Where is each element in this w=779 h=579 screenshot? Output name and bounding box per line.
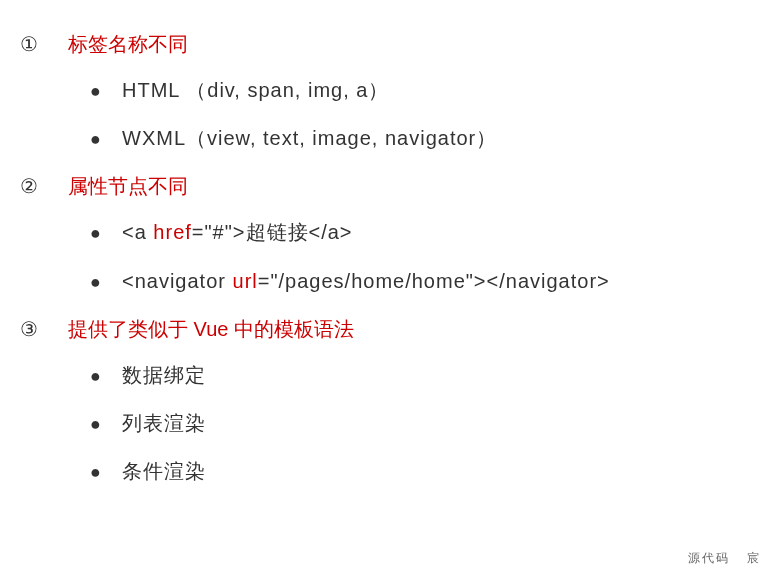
section-marker: ①	[20, 30, 68, 58]
bullet-icon: ●	[90, 79, 122, 104]
sub-item: ●HTML （div, span, img, a）	[90, 76, 759, 104]
section-heading: ③提供了类似于 Vue 中的模板语法	[20, 315, 759, 343]
code-pre: <a	[122, 221, 153, 243]
sub-item: ●<a href="#">超链接</a>	[90, 218, 759, 246]
section-heading: ①标签名称不同	[20, 30, 759, 58]
sub-list: ●HTML （div, span, img, a）●WXML（view, tex…	[90, 76, 759, 152]
bullet-icon: ●	[90, 364, 122, 389]
watermark-right: 宸	[747, 551, 761, 565]
sub-list: ●<a href="#">超链接</a>●<navigator url="/pa…	[90, 218, 759, 294]
bullet-icon: ●	[90, 127, 122, 152]
sub-item-text: 列表渲染	[122, 409, 206, 437]
document-content: ①标签名称不同●HTML （div, span, img, a）●WXML（vi…	[20, 30, 759, 485]
watermark: 源代码 宸	[688, 550, 761, 567]
sub-item-text: 条件渲染	[122, 457, 206, 485]
sub-item-text: WXML（view, text, image, navigator）	[122, 124, 497, 152]
sub-item: ●<navigator url="/pages/home/home"></nav…	[90, 267, 759, 295]
section-title: 属性节点不同	[68, 172, 188, 200]
section-title: 提供了类似于 Vue 中的模板语法	[68, 315, 354, 343]
sub-item-text: 数据绑定	[122, 361, 206, 389]
sub-item: ●WXML（view, text, image, navigator）	[90, 124, 759, 152]
code-attr: url	[233, 270, 258, 292]
watermark-left: 源代码	[688, 551, 730, 565]
bullet-icon: ●	[90, 412, 122, 437]
code-post: ="/pages/home/home"></navigator>	[258, 270, 610, 292]
section-title: 标签名称不同	[68, 30, 188, 58]
sub-item-text: <a href="#">超链接</a>	[122, 218, 353, 246]
sub-item: ●数据绑定	[90, 361, 759, 389]
section-heading: ②属性节点不同	[20, 172, 759, 200]
section-marker: ②	[20, 172, 68, 200]
sub-item-text: HTML （div, span, img, a）	[122, 76, 389, 104]
sub-item: ●条件渲染	[90, 457, 759, 485]
section-marker: ③	[20, 315, 68, 343]
sub-list: ●数据绑定●列表渲染●条件渲染	[90, 361, 759, 486]
bullet-icon: ●	[90, 460, 122, 485]
sub-item: ●列表渲染	[90, 409, 759, 437]
code-post: ="#">超链接</a>	[192, 221, 353, 243]
bullet-icon: ●	[90, 221, 122, 246]
code-pre: <navigator	[122, 270, 233, 292]
bullet-icon: ●	[90, 270, 122, 295]
sub-item-text: <navigator url="/pages/home/home"></navi…	[122, 267, 610, 295]
code-attr: href	[153, 221, 191, 243]
